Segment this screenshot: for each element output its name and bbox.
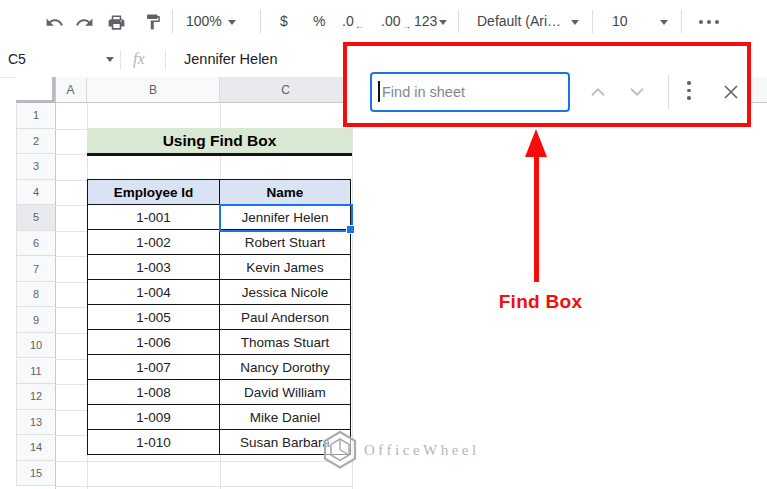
row-header-9[interactable]: 9 bbox=[16, 307, 55, 333]
table-cell[interactable]: 1-007 bbox=[88, 355, 220, 380]
chevron-down-icon bbox=[660, 20, 668, 25]
find-input[interactable] bbox=[370, 72, 570, 112]
formula-bar-divider bbox=[165, 50, 166, 70]
row-header-3[interactable]: 3 bbox=[16, 154, 55, 180]
table-cell[interactable]: 1-009 bbox=[88, 405, 220, 430]
row-header-7[interactable]: 7 bbox=[16, 256, 55, 282]
table-row: 1-009Mike Daniel bbox=[88, 405, 351, 430]
table-cell[interactable]: 1-003 bbox=[88, 255, 220, 280]
formula-bar-divider bbox=[120, 50, 121, 70]
select-all-corner[interactable] bbox=[16, 77, 55, 103]
row-header-15[interactable]: 15 bbox=[16, 461, 55, 487]
officewheel-logo-icon bbox=[320, 429, 360, 471]
increase-decimal-button[interactable]: .00→ bbox=[381, 13, 411, 31]
table-row: 1-003Kevin James bbox=[88, 255, 351, 280]
row-header-1[interactable]: 1 bbox=[16, 103, 55, 129]
font-select[interactable]: Default (Ari… bbox=[477, 13, 579, 29]
text-caret bbox=[378, 81, 380, 102]
format-percent-button[interactable]: % bbox=[313, 13, 325, 29]
table-cell[interactable]: Jessica Nicole bbox=[220, 280, 351, 305]
gridline bbox=[55, 461, 352, 462]
row-header-4[interactable]: 4 bbox=[16, 180, 55, 206]
table-header-cell[interactable]: Employee Id bbox=[88, 180, 220, 205]
toolbar-divider bbox=[458, 10, 459, 33]
title-cell[interactable]: Using Find Box bbox=[87, 128, 352, 156]
table-cell[interactable]: David William bbox=[220, 380, 351, 405]
find-next-button[interactable] bbox=[625, 80, 649, 104]
table-cell[interactable]: Paul Anderson bbox=[220, 305, 351, 330]
column-header-a[interactable]: A bbox=[55, 77, 87, 103]
column-header-c[interactable]: C bbox=[220, 77, 352, 103]
annotation-arrow-head bbox=[525, 129, 547, 157]
toolbar-divider bbox=[172, 10, 173, 33]
row-header-5[interactable]: 5 bbox=[16, 205, 55, 231]
fx-icon: fx bbox=[133, 50, 145, 68]
annotation-label: Find Box bbox=[483, 291, 598, 313]
table-row: 1-008David William bbox=[88, 380, 351, 405]
table-cell[interactable]: 1-002 bbox=[88, 230, 220, 255]
undo-icon[interactable] bbox=[44, 12, 64, 32]
row-header-2[interactable]: 2 bbox=[16, 129, 55, 155]
chevron-down-icon bbox=[571, 20, 579, 25]
table-cell[interactable]: Nancy Dorothy bbox=[220, 355, 351, 380]
more-formats-button[interactable]: 123 bbox=[414, 13, 447, 29]
table-cell[interactable]: 1-010 bbox=[88, 430, 220, 455]
table-row: 1-007Nancy Dorothy bbox=[88, 355, 351, 380]
gridline bbox=[55, 486, 352, 487]
table-cell[interactable]: Thomas Stuart bbox=[220, 330, 351, 355]
row-header-10[interactable]: 10 bbox=[16, 333, 55, 359]
table-header-cell[interactable]: Name bbox=[220, 180, 351, 205]
selected-cell-outline[interactable] bbox=[219, 204, 353, 232]
left-arrow-icon: ← bbox=[355, 20, 365, 31]
header-edge-line bbox=[55, 77, 56, 489]
toolbar-divider bbox=[592, 10, 593, 33]
find-previous-button[interactable] bbox=[586, 80, 610, 104]
table-row: 1-010Susan Barbara bbox=[88, 430, 351, 455]
column-header-b[interactable]: B bbox=[87, 77, 220, 103]
row-header-8[interactable]: 8 bbox=[16, 282, 55, 308]
table-cell[interactable]: 1-004 bbox=[88, 280, 220, 305]
paint-format-icon[interactable] bbox=[143, 12, 163, 32]
table-cell[interactable]: Kevin James bbox=[220, 255, 351, 280]
annotation-arrow-shaft bbox=[534, 156, 539, 282]
fill-handle[interactable] bbox=[346, 225, 355, 234]
watermark-text: OfficeWheel bbox=[364, 442, 480, 459]
more-options-icon[interactable] bbox=[687, 81, 691, 100]
chevron-down-icon[interactable] bbox=[106, 57, 114, 62]
more-options-icon[interactable] bbox=[699, 20, 719, 24]
font-size-select[interactable]: 10 bbox=[612, 13, 668, 29]
row-header-11[interactable]: 11 bbox=[16, 359, 55, 385]
row-header-6[interactable]: 6 bbox=[16, 231, 55, 257]
find-bar-divider bbox=[668, 75, 669, 109]
table-cell[interactable]: 1-005 bbox=[88, 305, 220, 330]
format-currency-button[interactable]: $ bbox=[280, 13, 288, 29]
name-box[interactable]: C5 bbox=[8, 51, 26, 67]
table-row: 1-006Thomas Stuart bbox=[88, 330, 351, 355]
table-cell[interactable]: 1-008 bbox=[88, 380, 220, 405]
toolbar-divider bbox=[681, 10, 682, 33]
redo-icon[interactable] bbox=[74, 12, 94, 32]
table-cell[interactable]: Robert Stuart bbox=[220, 230, 351, 255]
chevron-down-icon bbox=[439, 20, 447, 25]
right-arrow-icon: → bbox=[401, 20, 411, 31]
zoom-select[interactable]: 100% bbox=[186, 13, 236, 29]
row-header-14[interactable]: 14 bbox=[16, 435, 55, 461]
table-row: 1-002Robert Stuart bbox=[88, 230, 351, 255]
row-header-12[interactable]: 12 bbox=[16, 384, 55, 410]
close-icon[interactable] bbox=[719, 80, 743, 104]
formula-bar-value[interactable]: Jennifer Helen bbox=[184, 51, 278, 67]
row-header-13[interactable]: 13 bbox=[16, 410, 55, 436]
table-cell[interactable]: 1-006 bbox=[88, 330, 220, 355]
decrease-decimal-button[interactable]: .0← bbox=[342, 13, 365, 31]
chevron-up-icon bbox=[587, 81, 609, 103]
table-row: 1-005Paul Anderson bbox=[88, 305, 351, 330]
table-cell[interactable]: 1-001 bbox=[88, 205, 220, 230]
sheets-app: 100% $ % .0← .00→ 123 Default (Ari… 10 C… bbox=[0, 0, 767, 489]
table-row: 1-004Jessica Nicole bbox=[88, 280, 351, 305]
table-cell[interactable]: Mike Daniel bbox=[220, 405, 351, 430]
toolbar-divider bbox=[260, 10, 261, 33]
column-header-sliver bbox=[751, 77, 767, 103]
print-icon[interactable] bbox=[106, 12, 126, 32]
chevron-down-icon bbox=[228, 20, 236, 25]
chevron-down-icon bbox=[626, 81, 648, 103]
